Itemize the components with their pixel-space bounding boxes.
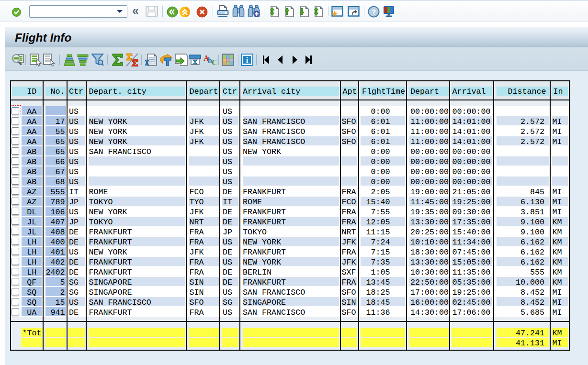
svg-text:?: ?	[372, 8, 376, 16]
svg-text:i: i	[246, 55, 249, 65]
svg-text:C: C	[212, 58, 216, 66]
